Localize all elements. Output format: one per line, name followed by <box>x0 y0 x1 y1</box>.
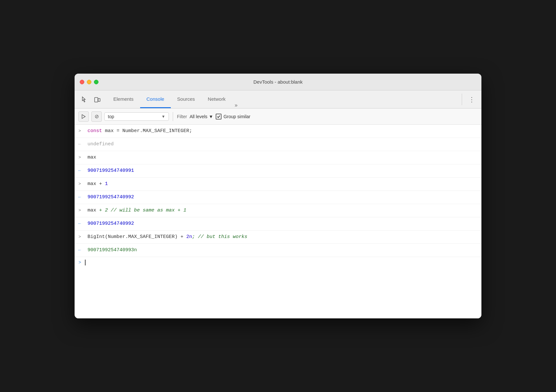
tab-elements[interactable]: Elements <box>107 90 140 108</box>
code-text: max = Number.MAX_SAFE_INTEGER; <box>105 128 192 134</box>
input-arrow-7: > <box>78 207 84 214</box>
tab-sources[interactable]: Sources <box>171 90 201 108</box>
keyword-const: const <box>88 128 102 134</box>
console-row-8-content: 9007199254740992 <box>88 220 478 228</box>
context-arrow-icon: ▼ <box>161 114 165 119</box>
cursor-icon <box>81 96 88 103</box>
close-button[interactable] <box>80 80 84 84</box>
traffic-lights <box>80 80 98 84</box>
input-arrow-5: > <box>78 180 84 188</box>
svg-marker-2 <box>82 115 85 119</box>
tab-network[interactable]: Network <box>201 90 232 108</box>
console-row-7-content: max + 2 // will be same as max + 1 <box>88 207 478 214</box>
result-1: 9007199254740991 <box>88 168 134 173</box>
console-row-9-content: BigInt(Number.MAX_SAFE_INTEGER) + 2n; //… <box>88 233 478 241</box>
code-plus-1: + <box>99 181 105 187</box>
input-cursor-arrow: > <box>78 260 81 265</box>
checkmark-icon <box>217 115 221 119</box>
context-selector[interactable]: top ▼ <box>104 112 169 121</box>
code-comment-1: + 2 // will be same as max + 1 <box>99 208 186 213</box>
levels-arrow-icon: ▼ <box>209 114 213 119</box>
more-tabs-button[interactable]: » <box>232 102 240 108</box>
console-row-1: > const max = Number.MAX_SAFE_INTEGER; <box>75 125 481 138</box>
undefined-text: undefined <box>88 141 114 147</box>
console-row-3: > max <box>75 151 481 164</box>
checkbox-icon <box>216 114 221 119</box>
result-3: 9007199254740992 <box>88 221 134 226</box>
console-row-10: ← 9007199254740993n <box>75 244 481 257</box>
output-arrow-6: ← <box>78 193 84 201</box>
svg-rect-0 <box>95 98 98 102</box>
code-max: max <box>88 155 96 160</box>
tab-console[interactable]: Console <box>140 90 171 108</box>
no-entry-icon: ⊘ <box>95 113 99 119</box>
tab-bar: Elements Console Sources Network » <box>107 90 458 108</box>
console-separator-1 <box>173 112 173 121</box>
input-arrow-9: > <box>78 233 84 241</box>
output-arrow-2: ← <box>78 140 84 148</box>
console-row-7: > max + 2 // will be same as max + 1 <box>75 204 481 217</box>
console-row-1-content: const max = Number.MAX_SAFE_INTEGER; <box>88 127 478 135</box>
preserve-log-button[interactable] <box>78 111 89 122</box>
console-row-3-content: max <box>88 154 478 161</box>
console-row-2-content: undefined <box>88 140 478 148</box>
console-row-6: ← 9007199254740992 <box>75 191 481 204</box>
console-row-2: ← undefined <box>75 138 481 151</box>
input-caret <box>85 260 86 265</box>
output-arrow-4: ← <box>78 167 84 174</box>
console-row-4: ← 9007199254740991 <box>75 164 481 178</box>
more-options-button[interactable]: ⋮ <box>466 94 478 105</box>
console-output: > const max = Number.MAX_SAFE_INTEGER; ←… <box>75 125 481 318</box>
code-comment-2: ; // but this works <box>192 234 247 240</box>
titlebar: DevTools - about:blank <box>75 74 481 90</box>
console-row-6-content: 9007199254740992 <box>88 193 478 201</box>
console-toolbar: ⊘ top ▼ Filter All levels ▼ Group simila… <box>75 108 481 125</box>
console-row-10-content: 9007199254740993n <box>88 246 478 254</box>
code-max-3: max <box>88 208 99 213</box>
console-row-5: > max + 1 <box>75 178 481 191</box>
levels-selector[interactable]: All levels ▼ <box>190 114 213 119</box>
code-bigint: BigInt(Number.MAX_SAFE_INTEGER) + <box>88 234 186 240</box>
input-arrow-1: > <box>78 127 84 135</box>
console-row-5-content: max + 1 <box>88 180 478 188</box>
console-input-line[interactable]: > <box>75 257 481 268</box>
device-toolbar-button[interactable] <box>91 94 103 105</box>
output-arrow-8: ← <box>78 220 84 227</box>
code-max-2: max <box>88 181 99 187</box>
clear-console-button[interactable]: ⊘ <box>91 111 102 122</box>
minimize-button[interactable] <box>87 80 91 84</box>
run-icon <box>81 114 86 119</box>
svg-rect-1 <box>98 98 100 101</box>
group-similar-checkbox[interactable]: Group similar <box>216 114 250 119</box>
result-2: 9007199254740992 <box>88 194 134 200</box>
input-arrow-3: > <box>78 154 84 161</box>
inspect-element-button[interactable] <box>78 94 90 105</box>
console-row-9: > BigInt(Number.MAX_SAFE_INTEGER) + 2n; … <box>75 231 481 244</box>
main-toolbar: Elements Console Sources Network » ⋮ <box>75 90 481 108</box>
filter-label: Filter <box>177 114 187 119</box>
result-4: 9007199254740993n <box>88 247 137 253</box>
code-num-1: 1 <box>105 181 108 187</box>
window-title: DevTools - about:blank <box>253 79 303 85</box>
code-num-2n: 2n <box>186 234 192 240</box>
maximize-button[interactable] <box>94 80 98 84</box>
console-row-4-content: 9007199254740991 <box>88 167 478 175</box>
toolbar-separator <box>462 94 462 105</box>
output-arrow-10: ← <box>78 246 84 254</box>
devtools-window: DevTools - about:blank Elements Console … <box>75 74 481 318</box>
console-row-8: ← 9007199254740992 <box>75 217 481 231</box>
device-icon <box>94 96 100 103</box>
